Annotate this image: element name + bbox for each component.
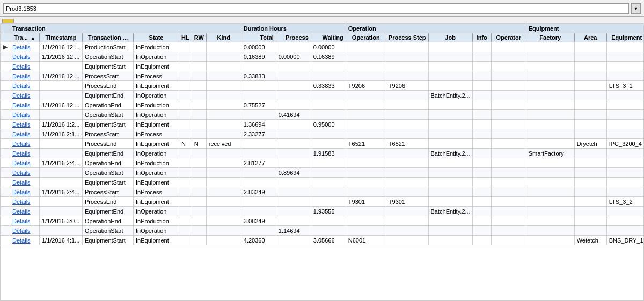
cell-job [428, 139, 472, 149]
cell-tra[interactable]: Details [10, 129, 40, 139]
col-area-header: Area [574, 33, 606, 42]
lot-input[interactable] [3, 3, 629, 14]
cell-hl [179, 197, 192, 207]
table-row: Details1/1/2016 12:...OperationEndInProd… [1, 100, 645, 110]
cell-info [472, 216, 491, 226]
cell-arrow [1, 149, 10, 158]
cell-timestamp [40, 62, 83, 71]
cell-arrow [1, 71, 10, 81]
cell-job [428, 120, 472, 129]
cell-operation [346, 168, 386, 178]
col-waiting-header: Waiting [311, 33, 346, 42]
lot-dropdown-arrow[interactable]: ▼ [631, 3, 641, 14]
cell-arrow [1, 187, 10, 197]
cell-operation [346, 91, 386, 100]
cell-arrow [1, 207, 10, 216]
cell-process: 1.14694 [276, 226, 311, 236]
cell-equipment: BNS_DRY_1 [606, 236, 644, 245]
cell-tra[interactable]: Details [10, 81, 40, 91]
cell-operation [346, 52, 386, 62]
cell-tra[interactable]: Details [10, 168, 40, 178]
cell-transaction: ProcessEnd [83, 81, 134, 91]
cell-hl [179, 81, 192, 91]
table-row: DetailsProcessEndInEquipmentT9301T9301LT… [1, 197, 645, 207]
cell-tra[interactable]: Details [10, 71, 40, 81]
cell-timestamp: 1/1/2016 1:2... [40, 120, 83, 129]
cell-tra[interactable]: Details [10, 110, 40, 120]
cell-state: InEquipment [134, 81, 179, 91]
cell-process: 0.89694 [276, 168, 311, 178]
cell-hl [179, 168, 192, 178]
cell-kind [206, 168, 241, 178]
cell-transaction: OperationEnd [83, 100, 134, 110]
cell-kind [206, 52, 241, 62]
cell-tra[interactable]: Details [10, 42, 40, 52]
cell-operation [346, 120, 386, 129]
cell-waiting [311, 197, 346, 207]
cell-process [276, 91, 311, 100]
cell-tra[interactable]: Details [10, 139, 40, 149]
cell-operator [491, 158, 526, 168]
cell-state: InEquipment [134, 139, 179, 149]
cell-arrow[interactable]: ▶ [1, 42, 10, 52]
cell-tra[interactable]: Details [10, 52, 40, 62]
cell-processstep [386, 42, 428, 52]
cell-timestamp: 1/1/2016 12:... [40, 52, 83, 62]
cell-tra[interactable]: Details [10, 197, 40, 207]
cell-tra[interactable]: Details [10, 216, 40, 226]
cell-total: 2.81277 [241, 158, 276, 168]
cell-equipment: IPC_3200_4 [606, 139, 644, 149]
cell-tra[interactable]: Details [10, 62, 40, 71]
cell-area [574, 226, 606, 236]
cell-tra[interactable]: Details [10, 207, 40, 216]
history-table-container[interactable]: Transaction Duration Hours Operation Equ… [0, 23, 644, 301]
cell-kind [206, 100, 241, 110]
cell-processstep [386, 216, 428, 226]
cell-state: InEquipment [134, 178, 179, 187]
cell-transaction: EquipmentStart [83, 236, 134, 245]
col-tra-header[interactable]: Tra... ▲ [10, 33, 40, 42]
cell-state: InProduction [134, 100, 179, 110]
cell-arrow [1, 100, 10, 110]
cell-job: BatchEntity.2... [428, 91, 472, 100]
cell-transaction: OperationEnd [83, 216, 134, 226]
cell-total: 0.00000 [241, 42, 276, 52]
cell-waiting [311, 91, 346, 100]
cell-job [428, 129, 472, 139]
cell-process [276, 139, 311, 149]
cell-tra[interactable]: Details [10, 149, 40, 158]
cell-equipment [606, 187, 644, 197]
group-arrow [1, 24, 10, 33]
cell-rw [192, 236, 206, 245]
col-hl-header: HL [179, 33, 192, 42]
cell-arrow [1, 197, 10, 207]
cell-tra[interactable]: Details [10, 236, 40, 245]
cell-tra[interactable]: Details [10, 187, 40, 197]
cell-kind [206, 236, 241, 245]
cell-tra[interactable]: Details [10, 178, 40, 187]
cell-job [428, 216, 472, 226]
cell-tra[interactable]: Details [10, 91, 40, 100]
cell-state: InOperation [134, 91, 179, 100]
history-tab[interactable] [2, 19, 14, 23]
cell-waiting [311, 62, 346, 71]
cell-equipment [606, 149, 644, 158]
cell-area [574, 42, 606, 52]
cell-operation: T9301 [346, 197, 386, 207]
cell-operator [491, 149, 526, 158]
cell-operation: T9206 [346, 81, 386, 91]
col-info-header: Info [472, 33, 491, 42]
cell-total: 3.08249 [241, 216, 276, 226]
cell-tra[interactable]: Details [10, 100, 40, 110]
cell-tra[interactable]: Details [10, 226, 40, 236]
col-operation-header: Operation [346, 33, 386, 42]
cell-tra[interactable]: Details [10, 158, 40, 168]
cell-tra[interactable]: Details [10, 120, 40, 129]
cell-total: 1.36694 [241, 120, 276, 129]
cell-operator [491, 62, 526, 71]
cell-factory [526, 139, 574, 149]
cell-hl: N [179, 139, 192, 149]
cell-total [241, 197, 276, 207]
cell-rw [192, 71, 206, 81]
cell-equipment [606, 216, 644, 226]
